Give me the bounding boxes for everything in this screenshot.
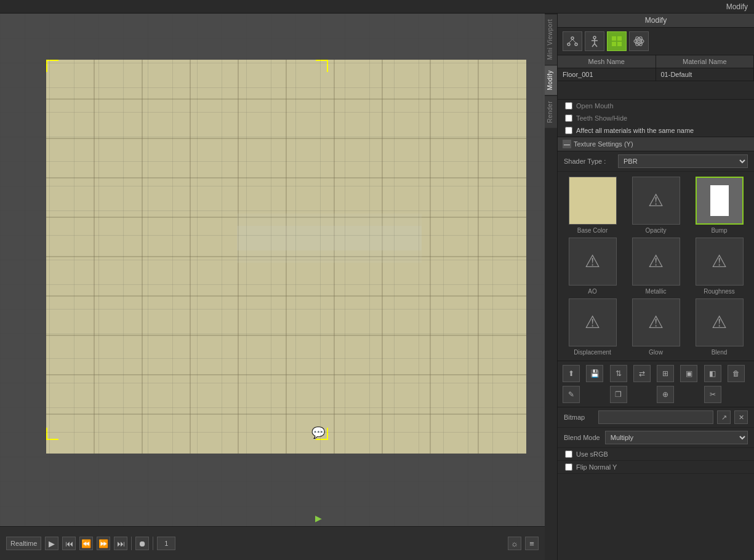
mesh-empty-area (558, 81, 754, 100)
material-name-header: Material Name (656, 55, 755, 68)
opacity-label: Opacity (646, 227, 667, 234)
selection-corner-tl (46, 60, 58, 72)
svg-point-19 (571, 37, 574, 39)
blend-mode-label: Blend Mode (564, 434, 600, 441)
teeth-show-item: Teeth Show/Hide (558, 112, 754, 124)
mesh-name-header: Mesh Name (558, 55, 656, 68)
save-bt-icon[interactable]: 💾 (586, 365, 603, 382)
displacement-warn-icon: ⚠ (585, 314, 600, 331)
atom-toolbar-icon[interactable] (629, 31, 649, 51)
bump-label: Bump (711, 227, 727, 234)
glow-slot: ⚠ Glow (626, 298, 686, 356)
share-bt-icon[interactable]: ⇅ (610, 365, 627, 382)
bitmap-label: Bitmap (564, 414, 595, 421)
opacity-slot: ⚠ Opacity (626, 177, 686, 234)
roughness-label: Roughness (704, 288, 735, 295)
opacity-warn-icon: ⚠ (648, 192, 664, 209)
selection-corner-bl (46, 428, 58, 440)
edit-bt-icon[interactable]: ✎ (563, 386, 580, 403)
render-tab[interactable]: Render (545, 95, 557, 128)
merge-bt-icon[interactable]: ⊕ (657, 386, 674, 403)
ao-label: AO (588, 288, 596, 295)
mesh-table-row[interactable]: Floor_001 01-Default (558, 68, 754, 81)
modify-tab[interactable]: Modify (545, 65, 557, 95)
delete-bt-icon[interactable]: 🗑 (728, 365, 745, 382)
bump-slot: Bump (689, 177, 749, 234)
layers-bt-icon[interactable]: ◧ (704, 365, 721, 382)
svg-line-23 (572, 39, 576, 43)
metallic-slot: ⚠ Metallic (626, 238, 686, 295)
base-color-thumb[interactable] (569, 177, 617, 225)
mesh-table-header: Mesh Name Material Name (558, 55, 754, 68)
modify-title: Modify (726, 2, 748, 11)
metallic-thumb[interactable]: ⚠ (632, 238, 680, 286)
cut-bt-icon[interactable]: ✂ (704, 386, 721, 403)
svg-rect-30 (617, 36, 622, 41)
teeth-show-checkbox[interactable] (565, 114, 572, 122)
svg-line-28 (595, 44, 597, 47)
svg-rect-31 (612, 42, 616, 46)
mesh-name-cell: Floor_001 (558, 68, 656, 81)
use-srgb-checkbox[interactable] (565, 450, 572, 458)
back-to-start-button[interactable]: ⏮ (62, 537, 76, 550)
figure-toolbar-icon[interactable] (585, 31, 604, 51)
roughness-slot: ⚠ Roughness (689, 238, 749, 295)
svg-line-22 (569, 39, 572, 43)
step-back-button[interactable]: ⏪ (79, 537, 93, 550)
bitmap-browse-btn[interactable]: ↗ (717, 410, 731, 424)
flip-normal-checkbox[interactable] (565, 463, 572, 471)
glow-thumb[interactable]: ⚠ (632, 298, 680, 346)
record-button[interactable]: ⏺ (135, 537, 149, 550)
displacement-thumb[interactable]: ⚠ (569, 298, 617, 346)
page-number[interactable]: 1 (157, 537, 175, 550)
toolbar-icons (558, 28, 754, 55)
side-tabs-panel: Mini Viewport Modify Render (545, 14, 557, 560)
layout-icon[interactable]: ≡ (525, 537, 539, 550)
svg-rect-29 (612, 36, 616, 41)
realtime-button[interactable]: Realtime (6, 537, 41, 550)
affect-materials-item: Affect all materials with the same name (558, 124, 754, 137)
ao-thumb[interactable]: ⚠ (569, 238, 617, 286)
separator1 (131, 537, 132, 550)
shader-type-row: Shader Type : PBR Standard Hair (558, 151, 754, 172)
affect-materials-checkbox[interactable] (565, 127, 572, 134)
shader-type-select[interactable]: PBR Standard Hair (618, 154, 748, 168)
opacity-thumb[interactable]: ⚠ (632, 177, 680, 225)
teeth-show-label: Teeth Show/Hide (576, 114, 627, 122)
use-srgb-row: Use sRGB (558, 448, 754, 461)
grid-toolbar-icon[interactable] (607, 31, 627, 51)
step-forward-button[interactable]: ⏩ (97, 537, 110, 550)
open-mouth-label: Open Mouth (576, 102, 614, 110)
skip-forward-button[interactable]: ⏭ (114, 537, 127, 550)
blend-thumb[interactable]: ⚠ (696, 298, 744, 346)
bitmap-input[interactable] (598, 410, 713, 424)
bump-thumb[interactable] (696, 177, 744, 225)
blend-mode-row: Blend Mode Multiply Normal Add Overlay (558, 428, 754, 448)
roughness-warn-icon: ⚠ (712, 253, 727, 270)
mini-viewport-tab[interactable]: Mini Viewport (545, 14, 557, 65)
share2-bt-icon[interactable]: ⇄ (633, 365, 651, 382)
base-color-slot: Base Color (563, 177, 622, 234)
settings-icon[interactable]: ☼ (508, 537, 521, 550)
chat-icon[interactable]: 💬 (311, 425, 326, 440)
collapse-button[interactable]: — (563, 140, 571, 148)
frame-bt-icon[interactable]: ▣ (680, 365, 697, 382)
blend-mode-select[interactable]: Multiply Normal Add Overlay (605, 431, 748, 444)
flip-normal-row: Flip Normal Y (558, 461, 754, 474)
metallic-warn-icon: ⚠ (648, 253, 664, 270)
network-toolbar-icon[interactable] (563, 31, 582, 51)
export-bt-icon[interactable]: ⬆ (563, 365, 580, 382)
copy-bt-icon[interactable]: ❐ (610, 386, 627, 403)
grid2-bt-icon[interactable]: ⊞ (657, 365, 674, 382)
selection-corner-tr (316, 60, 328, 72)
bitmap-clear-btn[interactable]: ✕ (734, 410, 748, 424)
play-button[interactable]: ▶ (45, 537, 58, 550)
svg-point-21 (575, 43, 577, 46)
ao-slot: ⚠ AO (563, 238, 622, 295)
roughness-thumb[interactable]: ⚠ (696, 238, 744, 286)
metallic-label: Metallic (646, 288, 667, 295)
glow-label: Glow (649, 349, 663, 356)
open-mouth-checkbox[interactable] (565, 102, 572, 110)
displacement-label: Displacement (574, 349, 611, 356)
blend-label: Blend (712, 349, 728, 356)
